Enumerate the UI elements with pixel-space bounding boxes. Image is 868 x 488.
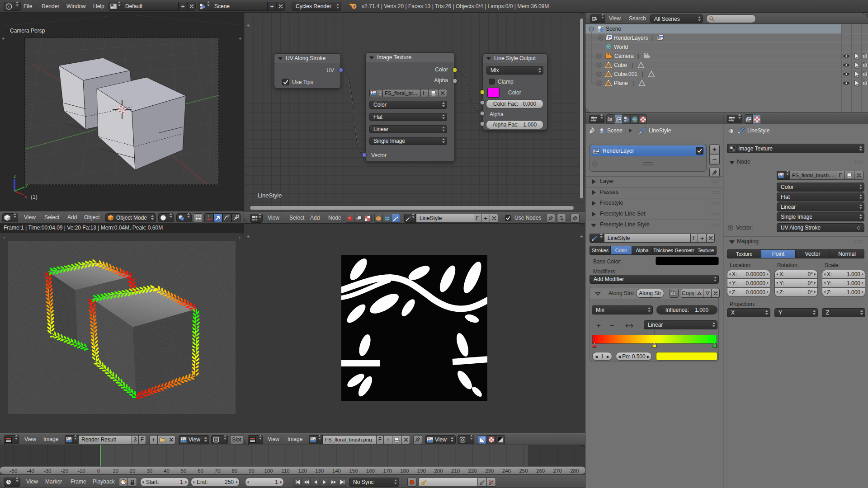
svg-text:y: y <box>25 182 28 188</box>
svg-text:World: World <box>614 44 628 50</box>
svg-text:RenderLayers: RenderLayers <box>614 35 648 41</box>
svg-text:Camera Persp: Camera Persp <box>10 28 45 34</box>
svg-text:-30: -30 <box>44 468 52 474</box>
svg-text:Camera: Camera <box>614 53 634 59</box>
svg-text:170: 170 <box>383 468 392 474</box>
svg-text:+: + <box>2 36 5 41</box>
svg-text:-10: -10 <box>78 468 85 474</box>
svg-text:+: + <box>247 234 250 239</box>
svg-text:200: 200 <box>434 468 443 474</box>
svg-text:160: 160 <box>366 468 375 474</box>
svg-text:+: + <box>238 235 241 240</box>
svg-text:10: 10 <box>113 468 118 474</box>
svg-text:110: 110 <box>281 468 289 474</box>
svg-text:+: + <box>580 234 583 239</box>
svg-text:i: i <box>8 4 9 9</box>
svg-text:LineStyle: LineStyle <box>747 127 770 134</box>
svg-text:LineStyle: LineStyle <box>258 192 282 199</box>
svg-text:140: 140 <box>332 468 341 474</box>
svg-text:|: | <box>632 62 633 68</box>
svg-text:|: | <box>651 35 653 41</box>
svg-text:Plane: Plane <box>614 80 628 86</box>
svg-text:40: 40 <box>164 468 170 474</box>
svg-text:280: 280 <box>570 468 579 474</box>
svg-text:90: 90 <box>249 468 255 474</box>
svg-text:x: x <box>24 194 27 199</box>
svg-text:180: 180 <box>400 468 409 474</box>
svg-text:Cube: Cube <box>614 62 627 68</box>
svg-text:-40: -40 <box>27 468 34 474</box>
svg-text:|: | <box>632 80 634 86</box>
svg-text:250: 250 <box>519 468 528 474</box>
svg-text:+: + <box>247 23 250 28</box>
svg-text:+: + <box>3 235 5 240</box>
svg-text:150: 150 <box>349 468 358 474</box>
svg-text:190: 190 <box>417 468 426 474</box>
svg-text:100: 100 <box>264 468 273 474</box>
svg-text:0: 0 <box>97 468 100 474</box>
svg-text:130: 130 <box>315 468 324 474</box>
svg-text:+: + <box>239 36 241 41</box>
svg-text:70: 70 <box>215 468 221 474</box>
svg-text:240: 240 <box>502 468 511 474</box>
svg-text:60: 60 <box>198 468 203 474</box>
svg-text:260: 260 <box>536 468 545 474</box>
svg-text:Cube.001: Cube.001 <box>614 71 637 77</box>
svg-text:220: 220 <box>468 468 477 474</box>
svg-text:20: 20 <box>130 468 136 474</box>
svg-text:|: | <box>642 71 643 77</box>
svg-text:230: 230 <box>485 468 494 474</box>
svg-text:-50: -50 <box>10 468 18 474</box>
svg-text:50: 50 <box>181 468 187 474</box>
svg-text:|: | <box>638 53 639 59</box>
svg-text:120: 120 <box>298 468 307 474</box>
svg-text:(1): (1) <box>31 194 38 200</box>
svg-text:-20: -20 <box>61 468 68 474</box>
svg-text:Scene: Scene <box>606 26 621 32</box>
svg-text:210: 210 <box>451 468 460 474</box>
svg-text:30: 30 <box>146 468 152 474</box>
svg-text:Scene: Scene <box>607 127 623 134</box>
svg-text:LineStyle: LineStyle <box>649 127 671 134</box>
svg-text:z: z <box>14 173 16 178</box>
svg-text:270: 270 <box>553 468 562 474</box>
svg-text:80: 80 <box>231 468 237 474</box>
